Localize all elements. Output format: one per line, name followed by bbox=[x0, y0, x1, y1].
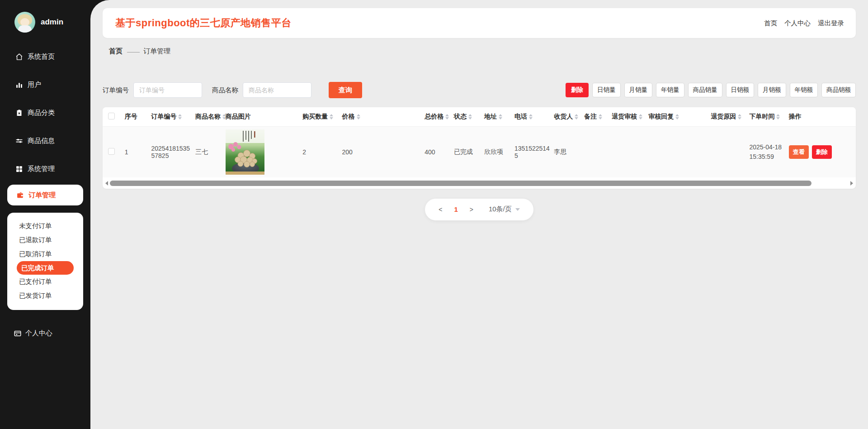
sort-icon[interactable] bbox=[357, 114, 360, 119]
breadcrumb-home[interactable]: 首页 bbox=[109, 47, 123, 56]
submenu-label: 已支付订单 bbox=[19, 277, 52, 286]
col-phone[interactable]: 电话 bbox=[513, 107, 552, 126]
page-number[interactable]: 1 bbox=[454, 205, 458, 213]
toolbar: 订单编号 商品名称 查询 删除 日销量 月销量 年销量 商品销量 日销额 月销额… bbox=[103, 82, 856, 98]
submenu-item-refunded-orders[interactable]: 已退款订单 bbox=[7, 233, 83, 247]
col-label: 总价格 bbox=[425, 113, 443, 120]
sort-icon[interactable] bbox=[738, 114, 741, 119]
cell-return-reason bbox=[709, 126, 747, 177]
scrollbar-track[interactable] bbox=[110, 181, 849, 186]
chevron-down-icon bbox=[515, 208, 520, 211]
horizontal-scrollbar[interactable] bbox=[105, 180, 853, 186]
view-button[interactable]: 查看 bbox=[789, 145, 809, 159]
breadcrumb-current: 订单管理 bbox=[143, 47, 170, 56]
col-status[interactable]: 状态 bbox=[452, 107, 482, 126]
daily-sales-amount-button[interactable]: 日销额 bbox=[726, 83, 755, 97]
sort-icon[interactable] bbox=[445, 114, 449, 119]
col-label: 收货人 bbox=[554, 113, 573, 120]
next-page-button[interactable]: > bbox=[470, 206, 473, 213]
col-label: 下单时间 bbox=[749, 113, 774, 120]
product-name-input[interactable] bbox=[243, 82, 311, 98]
cell-index: 1 bbox=[123, 126, 150, 177]
submenu-item-cancelled-orders[interactable]: 已取消订单 bbox=[7, 247, 83, 261]
col-consignee[interactable]: 收货人 bbox=[552, 107, 582, 126]
yearly-sales-volume-button[interactable]: 年销量 bbox=[656, 83, 684, 97]
col-index[interactable]: 序号 bbox=[123, 107, 150, 126]
sidebar-item-product-category[interactable]: 商品分类 bbox=[0, 99, 90, 127]
delete-button[interactable]: 删除 bbox=[566, 83, 589, 97]
order-time: 15:35:59 bbox=[749, 152, 785, 162]
sort-icon[interactable] bbox=[575, 114, 578, 119]
sort-icon[interactable] bbox=[639, 114, 642, 119]
col-order-no[interactable]: 订单编号 bbox=[149, 107, 193, 126]
page-size-value: 10条/页 bbox=[489, 205, 512, 214]
col-price[interactable]: 价格 bbox=[340, 107, 423, 126]
col-label: 审核回复 bbox=[648, 113, 674, 120]
sort-icon[interactable] bbox=[675, 114, 679, 119]
select-all-checkbox[interactable] bbox=[108, 113, 115, 119]
sort-icon[interactable] bbox=[529, 114, 533, 119]
monthly-sales-amount-button[interactable]: 月销额 bbox=[758, 83, 786, 97]
sort-icon[interactable] bbox=[468, 114, 472, 119]
sort-icon[interactable] bbox=[178, 114, 182, 119]
sidebar-item-system-home[interactable]: 系统首页 bbox=[0, 43, 90, 71]
home-icon bbox=[15, 53, 23, 61]
sort-icon[interactable] bbox=[330, 114, 333, 119]
sidebar-menu: 系统首页 用户 商品分类 商品信息 系统管理 订单管理 bbox=[0, 43, 90, 338]
nav-link-home[interactable]: 首页 bbox=[764, 19, 777, 28]
sort-icon[interactable] bbox=[776, 114, 780, 119]
page-size-select[interactable]: 10条/页 bbox=[489, 205, 520, 214]
order-submenu: 未支付订单 已退款订单 已取消订单 已完成订单 已支付订单 已发货订单 bbox=[7, 213, 83, 310]
row-checkbox[interactable] bbox=[108, 148, 115, 155]
app-window: admin 系统首页 用户 商品分类 商品信息 系统管理 bbox=[0, 0, 868, 429]
top-nav: 首页 个人中心 退出登录 bbox=[764, 19, 844, 28]
product-name-label: 商品名称 bbox=[212, 86, 238, 95]
sidebar-item-product-info[interactable]: 商品信息 bbox=[0, 127, 90, 155]
col-label: 备注 bbox=[584, 113, 597, 120]
submenu-item-shipped-orders[interactable]: 已发货订单 bbox=[7, 289, 83, 303]
col-product-name[interactable]: 商品名称 bbox=[193, 107, 224, 126]
order-no-input[interactable] bbox=[133, 82, 202, 98]
col-label: 退货审核 bbox=[612, 113, 637, 120]
avatar[interactable] bbox=[14, 12, 35, 33]
sidebar-item-personal-center[interactable]: 个人中心 bbox=[0, 329, 90, 338]
col-order-time[interactable]: 下单时间 bbox=[747, 107, 787, 126]
sidebar-item-users[interactable]: 用户 bbox=[0, 71, 90, 99]
sidebar-item-order-management[interactable]: 订单管理 bbox=[7, 185, 83, 205]
product-photo[interactable] bbox=[226, 129, 264, 175]
col-label: 订单编号 bbox=[151, 113, 176, 120]
sort-icon[interactable] bbox=[499, 114, 502, 119]
cell-audit-reply bbox=[646, 126, 709, 177]
scroll-left-arrow-icon[interactable] bbox=[105, 181, 108, 186]
yearly-sales-amount-button[interactable]: 年销额 bbox=[790, 83, 818, 97]
daily-sales-volume-button[interactable]: 日销量 bbox=[592, 83, 621, 97]
sidebar-item-label: 个人中心 bbox=[25, 329, 52, 338]
row-delete-button[interactable]: 删除 bbox=[812, 145, 832, 159]
product-sales-amount-button[interactable]: 商品销额 bbox=[821, 83, 856, 97]
col-quantity[interactable]: 购买数量 bbox=[301, 107, 340, 126]
col-address[interactable]: 地址 bbox=[482, 107, 513, 126]
submenu-item-paid-orders[interactable]: 已支付订单 bbox=[7, 275, 83, 289]
search-button[interactable]: 查询 bbox=[329, 82, 362, 98]
breadcrumb: 首页 —— 订单管理 bbox=[109, 47, 856, 56]
nav-link-logout[interactable]: 退出登录 bbox=[818, 19, 844, 28]
col-return-audit[interactable]: 退货审核 bbox=[610, 107, 646, 126]
col-remark[interactable]: 备注 bbox=[582, 107, 610, 126]
submenu-item-completed-orders[interactable]: 已完成订单 bbox=[17, 261, 74, 275]
col-total[interactable]: 总价格 bbox=[423, 107, 452, 126]
col-return-reason[interactable]: 退货原因 bbox=[709, 107, 747, 126]
monthly-sales-volume-button[interactable]: 月销量 bbox=[624, 83, 653, 97]
sidebar-item-label: 系统首页 bbox=[28, 52, 55, 61]
col-audit-reply[interactable]: 审核回复 bbox=[646, 107, 709, 126]
scrollbar-thumb[interactable] bbox=[110, 181, 811, 186]
sort-icon[interactable] bbox=[599, 114, 602, 119]
sidebar-item-label: 用户 bbox=[28, 81, 41, 89]
profile: admin bbox=[0, 0, 90, 33]
prev-page-button[interactable]: < bbox=[439, 206, 442, 213]
product-sales-volume-button[interactable]: 商品销量 bbox=[688, 83, 722, 97]
nav-link-personal-center[interactable]: 个人中心 bbox=[784, 19, 811, 28]
submenu-item-unpaid-orders[interactable]: 未支付订单 bbox=[7, 219, 83, 233]
col-label: 操作 bbox=[789, 113, 802, 120]
scroll-right-arrow-icon[interactable] bbox=[850, 181, 853, 186]
sidebar-item-system-management[interactable]: 系统管理 bbox=[0, 155, 90, 183]
